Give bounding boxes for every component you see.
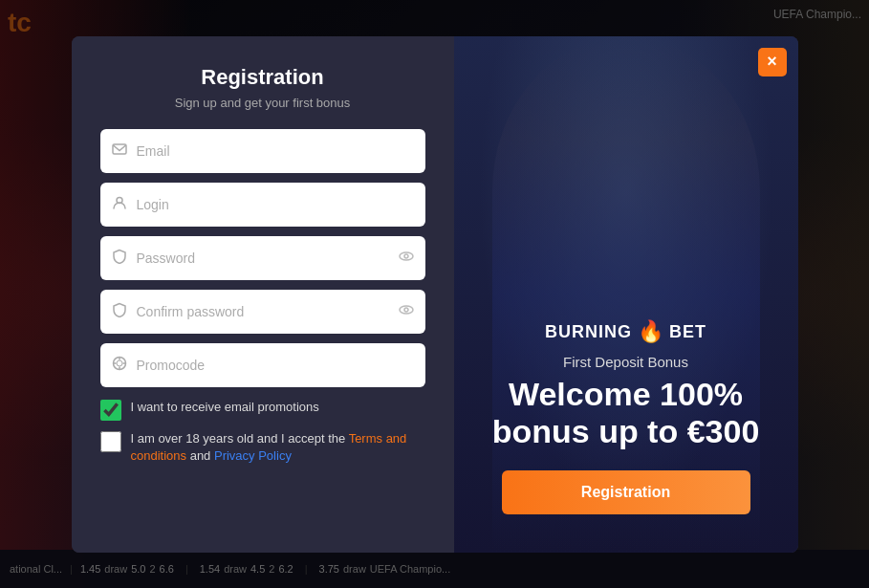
password-input[interactable] bbox=[137, 250, 389, 266]
email-field-wrapper bbox=[100, 129, 425, 173]
privacy-policy-link[interactable]: Privacy Policy bbox=[214, 448, 292, 463]
brand-name-after: BET bbox=[669, 322, 706, 342]
registration-button[interactable]: Registration bbox=[502, 470, 750, 514]
password-shield-icon bbox=[112, 249, 127, 268]
svg-point-7 bbox=[117, 360, 122, 366]
checkbox-row-2: I am over 18 years old and I accept the … bbox=[100, 430, 425, 465]
confirm-password-field-wrapper bbox=[100, 290, 425, 334]
promocode-icon bbox=[112, 356, 127, 375]
password-eye-icon[interactable] bbox=[399, 249, 414, 268]
registration-modal: × Registration Sign up and get your firs… bbox=[72, 36, 798, 553]
checkbox-area: I want to receive email promotions I am … bbox=[100, 399, 425, 465]
confirm-password-eye-icon[interactable] bbox=[399, 302, 414, 321]
promo-deposit-label: First Deposit Bonus bbox=[473, 354, 779, 370]
email-promo-label: I want to receive email promotions bbox=[131, 399, 319, 416]
login-input[interactable] bbox=[137, 197, 414, 212]
age-terms-label: I am over 18 years old and I accept the … bbox=[131, 430, 425, 465]
email-input[interactable] bbox=[137, 143, 414, 159]
form-title: Registration bbox=[100, 65, 425, 90]
email-promo-checkbox[interactable] bbox=[100, 400, 121, 421]
checkbox-row-1: I want to receive email promotions bbox=[100, 399, 425, 421]
promocode-field-wrapper bbox=[100, 343, 425, 387]
password-field-wrapper bbox=[100, 236, 425, 280]
promo-big-text: Welcome 100% bonus up to €300 bbox=[473, 376, 779, 450]
svg-point-3 bbox=[404, 254, 408, 258]
confirm-password-shield-icon bbox=[112, 302, 127, 321]
promocode-input[interactable] bbox=[137, 358, 414, 373]
form-subtitle: Sign up and get your first bonus bbox=[100, 96, 425, 110]
login-field-wrapper bbox=[100, 183, 425, 227]
age-terms-checkbox[interactable] bbox=[100, 431, 121, 452]
promo-content: BURNING 🔥 BET First Deposit Bonus Welcom… bbox=[454, 319, 798, 513]
close-button[interactable]: × bbox=[758, 48, 787, 76]
brand-name-before: BURNING bbox=[545, 322, 632, 342]
confirm-password-input[interactable] bbox=[137, 304, 389, 319]
svg-point-4 bbox=[400, 306, 413, 314]
user-icon bbox=[112, 195, 127, 214]
terms-text-part2: and bbox=[186, 448, 214, 463]
email-icon bbox=[112, 142, 127, 161]
svg-point-2 bbox=[400, 252, 413, 260]
promo-panel: BURNING 🔥 BET First Deposit Bonus Welcom… bbox=[454, 36, 798, 553]
terms-text-part1: I am over 18 years old and I accept the bbox=[131, 431, 349, 446]
brand-row: BURNING 🔥 BET bbox=[473, 319, 779, 344]
form-panel: Registration Sign up and get your first … bbox=[72, 36, 454, 553]
svg-point-5 bbox=[404, 308, 408, 312]
flame-icon: 🔥 bbox=[638, 319, 663, 344]
